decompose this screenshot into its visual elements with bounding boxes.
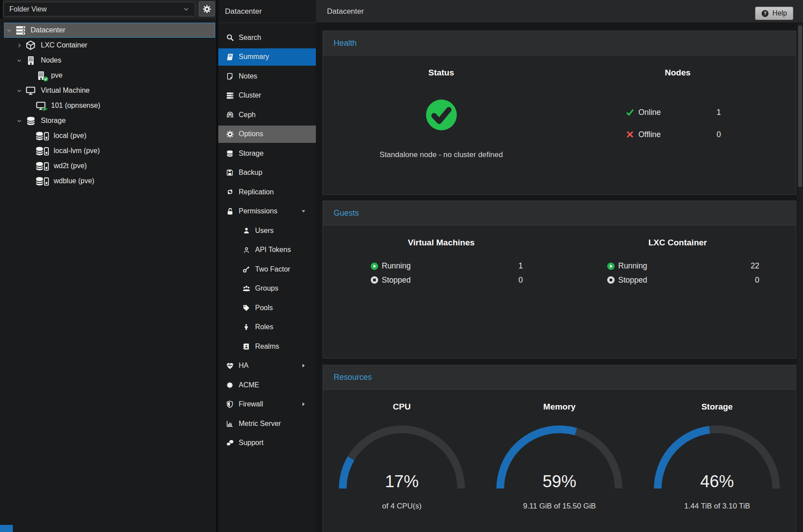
guests-panel-title: Guests (323, 201, 796, 225)
menu-item-ceph[interactable]: Ceph (218, 106, 316, 123)
content-area: Datacenter Help Health Status Standalone… (316, 0, 803, 532)
nav-panel-title: Datacenter (218, 0, 316, 23)
guests-lxc-column: LXC Container Running 22 Stopped 0 (559, 225, 796, 287)
guest-state-value: 22 (751, 261, 762, 271)
tree-item-storage-wd2t[interactable]: wd2t (pve) (4, 158, 215, 173)
vertical-scrollbar[interactable] (797, 23, 803, 532)
tree-item-storage-wdblue[interactable]: wdblue (pve) (4, 173, 215, 189)
help-button[interactable]: Help (755, 7, 793, 20)
health-panel-title: Health (323, 31, 796, 55)
chevron-right-icon[interactable] (14, 43, 24, 48)
node-state-label: Online (638, 108, 661, 117)
menu-item-permissions[interactable]: Permissions (218, 203, 316, 220)
tree-item-pve[interactable]: pve (4, 68, 215, 83)
server-stack-icon (14, 25, 27, 35)
view-mode-value: Folder View (9, 5, 47, 13)
view-mode-select[interactable]: Folder View (4, 2, 195, 16)
database-icon (225, 150, 234, 158)
menu-item-pools[interactable]: Pools (218, 299, 316, 316)
menu-item-api-tokens[interactable]: API Tokens (218, 241, 316, 259)
guest-state-value: 0 (755, 276, 762, 285)
chevron-down-icon[interactable] (14, 118, 24, 124)
memory-gauge: 59% (493, 421, 626, 492)
tree-item-label: local-lvm (pve) (54, 147, 100, 155)
tree-item-storage-local-lvm[interactable]: local-lvm (pve) (4, 143, 215, 158)
menu-item-ha[interactable]: HA (218, 357, 316, 374)
cpu-gauge-column: CPU 17% of 4 CPU(s) (323, 390, 480, 511)
tree-item-label: Virtual Machine (41, 87, 90, 95)
ceph-icon (225, 111, 234, 119)
menu-item-summary[interactable]: Summary (218, 48, 316, 66)
vm-heading: Virtual Machines (323, 237, 559, 248)
caret-down-icon (301, 209, 306, 214)
menu-item-notes[interactable]: Notes (218, 67, 316, 85)
menu-item-backup[interactable]: Backup (218, 164, 316, 181)
online-check-badge-icon (43, 76, 48, 82)
person-icon (242, 323, 251, 331)
tree-item-label: pve (51, 71, 63, 79)
menu-item-roles[interactable]: Roles (218, 319, 316, 336)
table-row: Offline 0 (626, 123, 730, 146)
table-row: Stopped 0 (594, 273, 762, 288)
node-state-value: 1 (716, 108, 730, 117)
caret-right-icon (301, 363, 306, 368)
menu-item-storage[interactable]: Storage (218, 145, 316, 162)
tree-item-label: Nodes (41, 56, 61, 64)
chevron-down-icon[interactable] (4, 28, 14, 33)
menu-item-firewall[interactable]: Firewall (218, 396, 316, 413)
check-icon (626, 108, 634, 117)
guest-state-label: Running (382, 261, 411, 271)
nodes-heading: Nodes (559, 67, 796, 79)
menu-item-support[interactable]: Support (218, 434, 316, 452)
tree-item-lxc-container[interactable]: LXC Container (4, 38, 215, 53)
storage-gauge: 46% (650, 421, 783, 492)
tree-item-vm-101[interactable]: 101 (opnsense) (4, 98, 215, 113)
status-heading: Status (323, 67, 559, 79)
tree-settings-button[interactable] (199, 1, 215, 16)
resources-panel: Resources CPU 17% of 4 CPU(s) Memory (323, 365, 796, 532)
node-state-label: Offline (638, 130, 661, 139)
users-icon (242, 284, 251, 292)
user-icon (242, 227, 251, 235)
table-row: Stopped 0 (357, 273, 526, 288)
menu-item-metric-server[interactable]: Metric Server (218, 415, 316, 432)
bar-chart-icon (225, 420, 234, 428)
cpu-gauge: 17% (335, 421, 468, 492)
database-drive-icon (34, 176, 50, 186)
tree-item-storage-local[interactable]: local (pve) (4, 128, 215, 143)
tree-item-label: wdblue (pve) (54, 177, 94, 185)
tag-icon (242, 304, 251, 312)
database-drive-icon (34, 146, 50, 156)
table-row: Running 22 (594, 259, 762, 273)
building-icon (24, 55, 37, 66)
menu-item-two-factor[interactable]: Two Factor (218, 260, 316, 278)
tree-item-label: Storage (41, 117, 66, 125)
cross-icon (626, 130, 634, 139)
menu-item-options[interactable]: Options (218, 126, 316, 143)
database-drive-icon (34, 161, 50, 171)
tree-item-nodes[interactable]: Nodes (4, 53, 215, 68)
guest-state-value: 0 (519, 276, 526, 285)
menu-item-groups[interactable]: Groups (218, 280, 316, 297)
menu-item-search[interactable]: Search (218, 29, 316, 46)
chevron-down-icon[interactable] (14, 88, 24, 94)
menu-item-acme[interactable]: ACME (218, 376, 316, 394)
menu-item-cluster[interactable]: Cluster (218, 87, 316, 104)
menu-item-realms[interactable]: Realms (218, 338, 316, 355)
cube-icon (24, 40, 37, 51)
tree-item-storage[interactable]: Storage (4, 113, 215, 128)
heartbeat-icon (225, 362, 234, 370)
menu-item-replication[interactable]: Replication (218, 183, 316, 201)
gauge-title: CPU (323, 401, 480, 413)
scrollbar-thumb[interactable] (798, 25, 802, 187)
play-circle-icon (370, 262, 378, 270)
lxc-table: Running 22 Stopped 0 (594, 259, 762, 287)
table-row: Running 1 (357, 259, 526, 273)
caret-right-icon (301, 402, 306, 407)
tree-item-datacenter[interactable]: Datacenter (4, 23, 215, 38)
tree-item-virtual-machine[interactable]: Virtual Machine (4, 83, 215, 98)
chevron-down-icon[interactable] (14, 58, 24, 63)
health-panel: Health Status Standalone node - no clust… (323, 31, 796, 195)
guest-state-label: Stopped (618, 276, 647, 285)
menu-item-users[interactable]: Users (218, 222, 316, 239)
